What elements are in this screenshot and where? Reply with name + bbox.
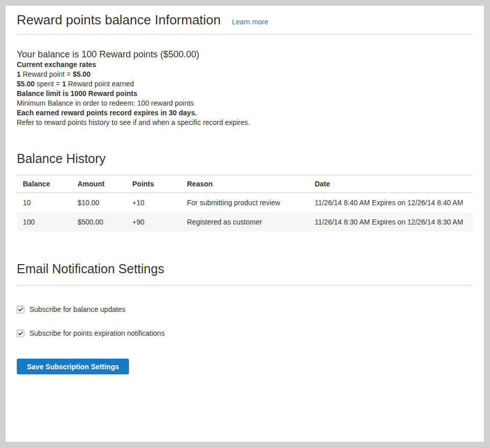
column-header-reason: Reason [181,175,308,193]
balance-history-header: Balance History [17,151,473,175]
save-subscription-button[interactable]: Save Subscription Settings [17,359,129,374]
exchange-rate-line-1: 1 Reward point = $5.00 [17,70,473,79]
minimum-balance-text: Minimum Balance in order to redeem: 100 … [17,99,473,108]
column-header-amount: Amount [72,175,126,193]
cell-date: 11/26/14 8:30 AM Expires on 12/26/14 8:3… [309,212,473,232]
expiration-notifications-checkbox[interactable] [17,330,24,337]
table-row: 100 $500.00 +90 Registered as customer 1… [17,212,473,232]
learn-more-link[interactable]: Learn more [232,18,269,26]
page-header: Reward points balance Information Learn … [17,6,473,35]
exchange-rate-2-points: 1 [62,80,66,88]
cell-balance: 10 [17,193,72,213]
exchange-rate-1-points: 1 [17,70,21,78]
column-header-date: Date [309,175,473,193]
exchange-rate-line-2: $5.00 spent = 1 Reward point earned [17,79,473,89]
exchange-rate-2-value: $5.00 [17,80,35,88]
page-title: Reward points balance Information [17,12,221,28]
cell-points: +10 [126,193,181,213]
exchange-rate-1-value: $5.00 [73,70,90,78]
page: Reward points balance Information Learn … [0,0,490,448]
cell-reason: For submitting product review [181,193,308,213]
table-row: 10 $10.00 +10 For submitting product rev… [17,193,473,213]
account-content-card: Reward points balance Information Learn … [5,5,484,442]
cell-date: 11/26/14 8:40 AM Expires on 12/26/14 8:4… [309,193,473,213]
cell-amount: $500.00 [72,212,126,232]
cell-points: +90 [126,212,181,232]
balance-summary: Your balance is 100 Reward points ($500.… [17,49,473,60]
cell-amount: $10.00 [72,193,126,213]
cell-reason: Registered as customer [181,212,308,232]
checkmark-icon [18,307,23,312]
column-header-balance: Balance [17,175,72,193]
balance-updates-label: Subscribe for balance updates [29,305,125,314]
table-header-row: Balance Amount Points Reason Date [17,175,473,193]
balance-updates-checkbox[interactable] [17,306,24,313]
balance-updates-option: Subscribe for balance updates [17,305,473,314]
balance-limit-text: Balance limit is 1000 Reward points [17,89,473,99]
expiration-policy-text: Each earned reward points record expires… [17,108,473,118]
email-settings-header: Email Notification Settings [17,261,473,285]
checkmark-icon [18,331,23,336]
cell-balance: 100 [17,212,72,232]
column-header-points: Points [126,175,181,193]
expiration-notifications-label: Subscribe for points expiration notifica… [29,329,165,338]
expiration-note-text: Refer to reward points history to see if… [17,118,473,127]
balance-history-table: Balance Amount Points Reason Date 10 $10… [17,175,473,232]
balance-history-title: Balance History [17,151,473,166]
expiration-notifications-option: Subscribe for points expiration notifica… [17,329,473,338]
email-settings-title: Email Notification Settings [17,261,473,276]
exchange-rate-2-suffix: Reward point earned [66,80,134,88]
exchange-rate-2-text: spent = [35,80,62,88]
exchange-rates-heading: Current exchange rates [17,60,473,70]
exchange-rate-1-text: Reward point = [21,70,73,78]
